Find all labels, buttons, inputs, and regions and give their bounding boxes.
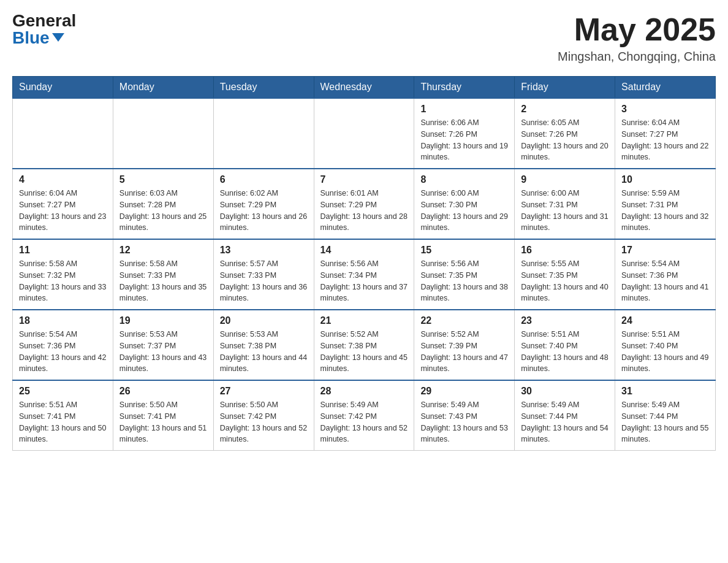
calendar-cell (213, 98, 314, 169)
calendar-cell: 26Sunrise: 5:50 AM Sunset: 7:41 PM Dayli… (113, 380, 213, 451)
week-row-3: 11Sunrise: 5:58 AM Sunset: 7:32 PM Dayli… (13, 239, 716, 310)
day-number: 23 (521, 315, 609, 326)
logo-general-text: General (12, 12, 76, 29)
day-number: 24 (621, 315, 709, 326)
day-number: 15 (420, 245, 508, 256)
day-info: Sunrise: 5:55 AM Sunset: 7:35 PM Dayligh… (521, 258, 609, 304)
title-section: May 2025 Mingshan, Chongqing, China (558, 12, 716, 64)
calendar-cell: 15Sunrise: 5:56 AM Sunset: 7:35 PM Dayli… (414, 239, 515, 310)
calendar-cell: 18Sunrise: 5:54 AM Sunset: 7:36 PM Dayli… (13, 310, 113, 380)
day-info: Sunrise: 5:51 AM Sunset: 7:40 PM Dayligh… (621, 329, 709, 375)
calendar-cell: 23Sunrise: 5:51 AM Sunset: 7:40 PM Dayli… (515, 310, 615, 380)
page-header: General Blue May 2025 Mingshan, Chongqin… (12, 12, 716, 64)
day-number: 7 (320, 174, 408, 185)
day-number: 21 (320, 315, 408, 326)
calendar-cell: 4Sunrise: 6:04 AM Sunset: 7:27 PM Daylig… (13, 169, 113, 239)
day-info: Sunrise: 5:50 AM Sunset: 7:42 PM Dayligh… (220, 399, 308, 445)
day-number: 1 (420, 104, 508, 115)
day-number: 10 (621, 174, 709, 185)
day-info: Sunrise: 5:54 AM Sunset: 7:36 PM Dayligh… (19, 329, 107, 375)
logo-triangle-icon (52, 33, 64, 42)
day-number: 17 (621, 245, 709, 256)
calendar-cell: 8Sunrise: 6:00 AM Sunset: 7:30 PM Daylig… (414, 169, 515, 239)
calendar-cell: 10Sunrise: 5:59 AM Sunset: 7:31 PM Dayli… (615, 169, 716, 239)
day-info: Sunrise: 5:59 AM Sunset: 7:31 PM Dayligh… (621, 188, 709, 234)
day-number: 20 (220, 315, 308, 326)
column-header-friday: Friday (515, 77, 615, 99)
day-info: Sunrise: 5:58 AM Sunset: 7:32 PM Dayligh… (19, 258, 107, 304)
calendar-cell: 11Sunrise: 5:58 AM Sunset: 7:32 PM Dayli… (13, 239, 113, 310)
calendar-cell: 31Sunrise: 5:49 AM Sunset: 7:44 PM Dayli… (615, 380, 716, 451)
day-info: Sunrise: 5:52 AM Sunset: 7:38 PM Dayligh… (320, 329, 408, 375)
calendar-cell: 28Sunrise: 5:49 AM Sunset: 7:42 PM Dayli… (314, 380, 414, 451)
calendar-cell: 2Sunrise: 6:05 AM Sunset: 7:26 PM Daylig… (515, 98, 615, 169)
day-info: Sunrise: 6:00 AM Sunset: 7:31 PM Dayligh… (521, 188, 609, 234)
day-info: Sunrise: 6:02 AM Sunset: 7:29 PM Dayligh… (220, 188, 308, 234)
calendar-cell: 6Sunrise: 6:02 AM Sunset: 7:29 PM Daylig… (213, 169, 314, 239)
calendar-cell: 17Sunrise: 5:54 AM Sunset: 7:36 PM Dayli… (615, 239, 716, 310)
calendar-cell (13, 98, 113, 169)
day-info: Sunrise: 6:04 AM Sunset: 7:27 PM Dayligh… (621, 117, 709, 163)
day-info: Sunrise: 5:53 AM Sunset: 7:37 PM Dayligh… (119, 329, 207, 375)
day-number: 12 (119, 245, 207, 256)
logo-blue-text: Blue (12, 29, 64, 47)
column-header-thursday: Thursday (414, 77, 515, 99)
calendar-cell: 9Sunrise: 6:00 AM Sunset: 7:31 PM Daylig… (515, 169, 615, 239)
day-number: 18 (19, 315, 107, 326)
day-info: Sunrise: 6:04 AM Sunset: 7:27 PM Dayligh… (19, 188, 107, 234)
calendar-cell (113, 98, 213, 169)
day-info: Sunrise: 5:50 AM Sunset: 7:41 PM Dayligh… (119, 399, 207, 445)
day-number: 6 (220, 174, 308, 185)
day-number: 14 (320, 245, 408, 256)
calendar-cell: 16Sunrise: 5:55 AM Sunset: 7:35 PM Dayli… (515, 239, 615, 310)
calendar-cell: 22Sunrise: 5:52 AM Sunset: 7:39 PM Dayli… (414, 310, 515, 380)
day-info: Sunrise: 6:01 AM Sunset: 7:29 PM Dayligh… (320, 188, 408, 234)
day-number: 30 (521, 386, 609, 397)
week-row-2: 4Sunrise: 6:04 AM Sunset: 7:27 PM Daylig… (13, 169, 716, 239)
day-info: Sunrise: 5:51 AM Sunset: 7:40 PM Dayligh… (521, 329, 609, 375)
calendar-table: SundayMondayTuesdayWednesdayThursdayFrid… (12, 76, 716, 451)
day-number: 22 (420, 315, 508, 326)
month-title: May 2025 (558, 12, 716, 47)
day-info: Sunrise: 5:49 AM Sunset: 7:44 PM Dayligh… (521, 399, 609, 445)
day-number: 2 (521, 104, 609, 115)
calendar-cell: 5Sunrise: 6:03 AM Sunset: 7:28 PM Daylig… (113, 169, 213, 239)
day-info: Sunrise: 6:06 AM Sunset: 7:26 PM Dayligh… (420, 117, 508, 163)
day-info: Sunrise: 5:51 AM Sunset: 7:41 PM Dayligh… (19, 399, 107, 445)
header-row: SundayMondayTuesdayWednesdayThursdayFrid… (13, 77, 716, 99)
day-info: Sunrise: 5:58 AM Sunset: 7:33 PM Dayligh… (119, 258, 207, 304)
column-header-monday: Monday (113, 77, 213, 99)
day-number: 25 (19, 386, 107, 397)
day-info: Sunrise: 6:00 AM Sunset: 7:30 PM Dayligh… (420, 188, 508, 234)
week-row-1: 1Sunrise: 6:06 AM Sunset: 7:26 PM Daylig… (13, 98, 716, 169)
calendar-cell: 24Sunrise: 5:51 AM Sunset: 7:40 PM Dayli… (615, 310, 716, 380)
day-info: Sunrise: 5:54 AM Sunset: 7:36 PM Dayligh… (621, 258, 709, 304)
column-header-tuesday: Tuesday (213, 77, 314, 99)
day-number: 4 (19, 174, 107, 185)
calendar-cell: 27Sunrise: 5:50 AM Sunset: 7:42 PM Dayli… (213, 380, 314, 451)
day-number: 13 (220, 245, 308, 256)
calendar-cell: 19Sunrise: 5:53 AM Sunset: 7:37 PM Dayli… (113, 310, 213, 380)
day-info: Sunrise: 5:56 AM Sunset: 7:35 PM Dayligh… (420, 258, 508, 304)
calendar-cell (314, 98, 414, 169)
day-info: Sunrise: 5:53 AM Sunset: 7:38 PM Dayligh… (220, 329, 308, 375)
day-info: Sunrise: 5:49 AM Sunset: 7:43 PM Dayligh… (420, 399, 508, 445)
calendar-cell: 20Sunrise: 5:53 AM Sunset: 7:38 PM Dayli… (213, 310, 314, 380)
day-info: Sunrise: 5:49 AM Sunset: 7:44 PM Dayligh… (621, 399, 709, 445)
calendar-cell: 12Sunrise: 5:58 AM Sunset: 7:33 PM Dayli… (113, 239, 213, 310)
calendar-cell: 7Sunrise: 6:01 AM Sunset: 7:29 PM Daylig… (314, 169, 414, 239)
calendar-cell: 3Sunrise: 6:04 AM Sunset: 7:27 PM Daylig… (615, 98, 716, 169)
day-info: Sunrise: 5:56 AM Sunset: 7:34 PM Dayligh… (320, 258, 408, 304)
column-header-wednesday: Wednesday (314, 77, 414, 99)
column-header-saturday: Saturday (615, 77, 716, 99)
day-number: 3 (621, 104, 709, 115)
day-number: 19 (119, 315, 207, 326)
day-number: 11 (19, 245, 107, 256)
day-number: 9 (521, 174, 609, 185)
day-number: 5 (119, 174, 207, 185)
day-number: 27 (220, 386, 308, 397)
logo: General Blue (12, 12, 76, 47)
day-info: Sunrise: 5:57 AM Sunset: 7:33 PM Dayligh… (220, 258, 308, 304)
week-row-4: 18Sunrise: 5:54 AM Sunset: 7:36 PM Dayli… (13, 310, 716, 380)
calendar-cell: 21Sunrise: 5:52 AM Sunset: 7:38 PM Dayli… (314, 310, 414, 380)
